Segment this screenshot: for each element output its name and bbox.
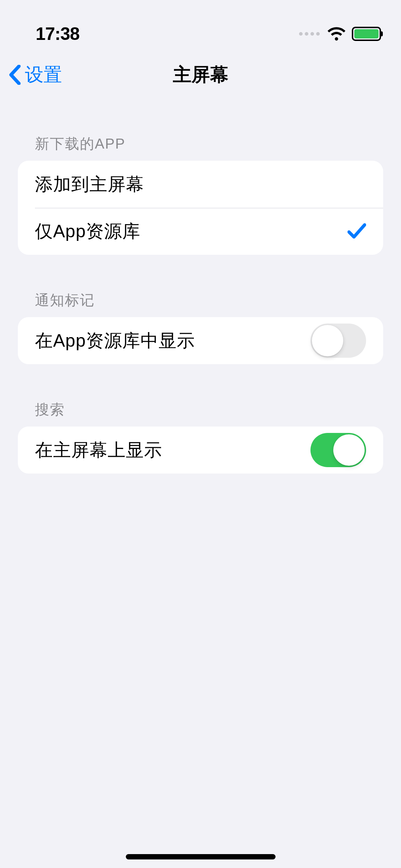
status-bar: 17:38 <box>0 0 401 50</box>
section-header: 新下载的APP <box>18 134 383 161</box>
row-show-on-home: 在主屏幕上显示 <box>18 427 383 474</box>
row-show-in-app-library: 在App资源库中显示 <box>18 317 383 364</box>
option-app-library-only[interactable]: 仅App资源库 <box>18 208 383 255</box>
page-title: 主屏幕 <box>173 62 228 87</box>
section-header: 通知标记 <box>18 290 383 317</box>
section-body: 在主屏幕上显示 <box>18 427 383 474</box>
toggle-show-on-home[interactable] <box>310 433 366 467</box>
checkmark-icon <box>348 223 366 240</box>
chevron-left-icon <box>9 65 21 85</box>
section-search: 搜索 在主屏幕上显示 <box>18 400 383 474</box>
battery-icon <box>352 27 381 41</box>
signal-dots-icon <box>299 32 320 36</box>
row-label: 仅App资源库 <box>35 219 140 243</box>
back-button[interactable]: 设置 <box>9 62 62 87</box>
row-label: 在App资源库中显示 <box>35 329 195 353</box>
row-label: 添加到主屏幕 <box>35 172 144 196</box>
toggle-show-in-app-library[interactable] <box>310 324 366 358</box>
section-header: 搜索 <box>18 400 383 427</box>
row-label: 在主屏幕上显示 <box>35 438 162 462</box>
option-add-to-home[interactable]: 添加到主屏幕 <box>18 161 383 208</box>
toggle-knob <box>312 325 343 356</box>
status-right <box>299 27 381 41</box>
wifi-icon <box>328 27 345 41</box>
status-time: 17:38 <box>36 24 79 44</box>
back-label: 设置 <box>25 62 62 87</box>
section-new-downloads: 新下载的APP 添加到主屏幕 仅App资源库 <box>18 134 383 255</box>
section-body: 在App资源库中显示 <box>18 317 383 364</box>
section-body: 添加到主屏幕 仅App资源库 <box>18 161 383 255</box>
home-indicator <box>126 854 276 859</box>
nav-bar: 设置 主屏幕 <box>0 50 401 100</box>
toggle-knob <box>333 434 365 466</box>
section-notification-badges: 通知标记 在App资源库中显示 <box>18 290 383 364</box>
content: 新下载的APP 添加到主屏幕 仅App资源库 通知标记 在App资源库中显示 <box>0 134 401 474</box>
